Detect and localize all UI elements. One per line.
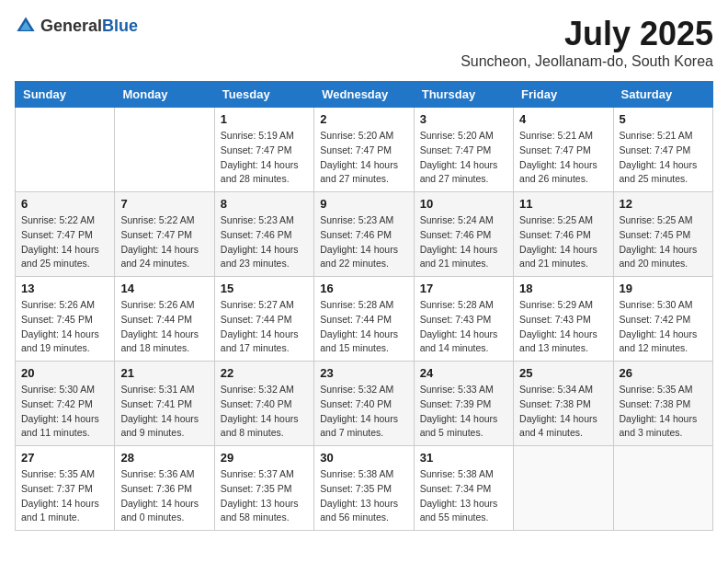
calendar-cell-12: 10Sunrise: 5:24 AMSunset: 7:46 PMDayligh… — [414, 192, 513, 277]
week-row-2: 6Sunrise: 5:22 AMSunset: 7:47 PMDaylight… — [16, 192, 713, 277]
sunset-text: Sunset: 7:47 PM — [620, 144, 691, 155]
calendar-cell-15: 13Sunrise: 5:26 AMSunset: 7:45 PMDayligh… — [16, 277, 115, 362]
col-tuesday: Tuesday — [214, 82, 313, 108]
day-info: Sunrise: 5:23 AMSunset: 7:46 PMDaylight:… — [221, 213, 308, 271]
logo-icon — [15, 15, 37, 37]
day-number: 29 — [221, 451, 308, 465]
calendar-cell-30: 28Sunrise: 5:36 AMSunset: 7:36 PMDayligh… — [115, 446, 214, 531]
day-number: 4 — [519, 112, 607, 126]
calendar-cell-33: 31Sunrise: 5:38 AMSunset: 7:34 PMDayligh… — [414, 446, 513, 531]
day-info: Sunrise: 5:22 AMSunset: 7:47 PMDaylight:… — [120, 213, 208, 271]
day-number: 18 — [519, 282, 607, 295]
title-block: July 2025 Suncheon, Jeollanam-do, South … — [461, 15, 713, 70]
calendar-cell-7: 5Sunrise: 5:21 AMSunset: 7:47 PMDaylight… — [613, 108, 712, 192]
calendar-cell-26: 24Sunrise: 5:33 AMSunset: 7:39 PMDayligh… — [414, 362, 513, 446]
daylight-text: Daylight: 14 hours and 8 minutes. — [221, 413, 299, 439]
daylight-text: Daylight: 14 hours and 3 minutes. — [620, 413, 698, 439]
day-number: 8 — [221, 197, 308, 211]
sunset-text: Sunset: 7:47 PM — [221, 144, 292, 155]
sunset-text: Sunset: 7:47 PM — [320, 144, 392, 155]
sunset-text: Sunset: 7:44 PM — [320, 314, 392, 325]
sunset-text: Sunset: 7:38 PM — [620, 398, 691, 409]
day-info: Sunrise: 5:37 AMSunset: 7:35 PMDaylight:… — [221, 467, 308, 525]
day-number: 6 — [21, 197, 108, 211]
daylight-text: Daylight: 13 hours and 56 minutes. — [320, 498, 398, 523]
calendar-cell-10: 8Sunrise: 5:23 AMSunset: 7:46 PMDaylight… — [214, 192, 313, 277]
week-row-1: 1Sunrise: 5:19 AMSunset: 7:47 PMDaylight… — [16, 108, 713, 192]
calendar-cell-29: 27Sunrise: 5:35 AMSunset: 7:37 PMDayligh… — [16, 446, 115, 531]
calendar-cell-27: 25Sunrise: 5:34 AMSunset: 7:38 PMDayligh… — [514, 362, 613, 446]
day-number: 17 — [420, 282, 507, 295]
calendar-cell-9: 7Sunrise: 5:22 AMSunset: 7:47 PMDaylight… — [115, 192, 214, 277]
daylight-text: Daylight: 14 hours and 5 minutes. — [420, 413, 498, 439]
day-number: 26 — [620, 366, 707, 380]
daylight-text: Daylight: 14 hours and 13 minutes. — [519, 328, 597, 354]
sunrise-text: Sunrise: 5:25 AM — [519, 214, 593, 225]
calendar-cell-18: 16Sunrise: 5:28 AMSunset: 7:44 PMDayligh… — [314, 277, 414, 362]
day-info: Sunrise: 5:22 AMSunset: 7:47 PMDaylight:… — [21, 213, 108, 271]
calendar-cell-23: 21Sunrise: 5:31 AMSunset: 7:41 PMDayligh… — [115, 362, 214, 446]
sunset-text: Sunset: 7:38 PM — [519, 398, 591, 409]
day-number: 11 — [519, 197, 607, 211]
daylight-text: Daylight: 14 hours and 11 minutes. — [21, 413, 99, 439]
sunset-text: Sunset: 7:42 PM — [620, 314, 691, 325]
day-info: Sunrise: 5:29 AMSunset: 7:43 PMDaylight:… — [519, 298, 607, 356]
sunrise-text: Sunrise: 5:25 AM — [620, 214, 693, 225]
sunrise-text: Sunrise: 5:20 AM — [420, 130, 494, 141]
sunrise-text: Sunrise: 5:21 AM — [519, 130, 593, 141]
col-sunday: Sunday — [16, 82, 115, 108]
day-number: 15 — [221, 282, 308, 295]
day-info: Sunrise: 5:20 AMSunset: 7:47 PMDaylight:… — [420, 129, 507, 187]
logo-general: General — [40, 17, 102, 35]
day-info: Sunrise: 5:19 AMSunset: 7:47 PMDaylight:… — [221, 129, 308, 187]
calendar-cell-31: 29Sunrise: 5:37 AMSunset: 7:35 PMDayligh… — [214, 446, 313, 531]
day-info: Sunrise: 5:38 AMSunset: 7:35 PMDaylight:… — [320, 467, 407, 525]
sunset-text: Sunset: 7:34 PM — [420, 483, 492, 494]
day-number: 7 — [120, 197, 208, 211]
calendar-cell-28: 26Sunrise: 5:35 AMSunset: 7:38 PMDayligh… — [613, 362, 712, 446]
day-info: Sunrise: 5:24 AMSunset: 7:46 PMDaylight:… — [420, 213, 507, 271]
sunrise-text: Sunrise: 5:35 AM — [21, 468, 95, 479]
sunset-text: Sunset: 7:46 PM — [221, 229, 292, 240]
sunrise-text: Sunrise: 5:21 AM — [620, 130, 693, 141]
sunset-text: Sunset: 7:44 PM — [120, 314, 192, 325]
day-number: 21 — [120, 366, 208, 380]
day-number: 24 — [420, 366, 507, 380]
month-title: July 2025 — [461, 15, 713, 53]
calendar-cell-19: 17Sunrise: 5:28 AMSunset: 7:43 PMDayligh… — [414, 277, 513, 362]
daylight-text: Daylight: 14 hours and 21 minutes. — [519, 244, 597, 270]
calendar-cell-21: 19Sunrise: 5:30 AMSunset: 7:42 PMDayligh… — [613, 277, 712, 362]
sunrise-text: Sunrise: 5:24 AM — [420, 214, 494, 225]
day-info: Sunrise: 5:33 AMSunset: 7:39 PMDaylight:… — [420, 383, 507, 441]
sunrise-text: Sunrise: 5:23 AM — [320, 214, 393, 225]
sunset-text: Sunset: 7:46 PM — [420, 229, 492, 240]
col-friday: Friday — [514, 82, 613, 108]
day-number: 31 — [420, 451, 507, 465]
day-info: Sunrise: 5:25 AMSunset: 7:46 PMDaylight:… — [519, 213, 607, 271]
day-number: 13 — [21, 282, 108, 295]
col-thursday: Thursday — [414, 82, 513, 108]
day-info: Sunrise: 5:28 AMSunset: 7:44 PMDaylight:… — [320, 298, 407, 356]
sunset-text: Sunset: 7:41 PM — [120, 398, 192, 409]
col-wednesday: Wednesday — [314, 82, 414, 108]
day-info: Sunrise: 5:28 AMSunset: 7:43 PMDaylight:… — [420, 298, 507, 356]
logo: GeneralBlue — [15, 15, 138, 37]
calendar-cell-20: 18Sunrise: 5:29 AMSunset: 7:43 PMDayligh… — [514, 277, 613, 362]
col-monday: Monday — [115, 82, 214, 108]
calendar-table: Sunday Monday Tuesday Wednesday Thursday… — [15, 81, 713, 531]
day-info: Sunrise: 5:35 AMSunset: 7:37 PMDaylight:… — [21, 467, 108, 525]
daylight-text: Daylight: 14 hours and 17 minutes. — [221, 328, 299, 354]
day-number: 9 — [320, 197, 407, 211]
daylight-text: Daylight: 14 hours and 19 minutes. — [21, 328, 99, 354]
sunset-text: Sunset: 7:47 PM — [519, 144, 591, 155]
sunrise-text: Sunrise: 5:33 AM — [420, 384, 494, 395]
calendar-cell-8: 6Sunrise: 5:22 AMSunset: 7:47 PMDaylight… — [16, 192, 115, 277]
sunset-text: Sunset: 7:45 PM — [21, 314, 93, 325]
sunrise-text: Sunrise: 5:35 AM — [620, 384, 693, 395]
sunset-text: Sunset: 7:46 PM — [320, 229, 392, 240]
sunrise-text: Sunrise: 5:32 AM — [320, 384, 393, 395]
day-number: 23 — [320, 366, 407, 380]
sunrise-text: Sunrise: 5:26 AM — [120, 299, 194, 310]
day-number: 16 — [320, 282, 407, 295]
sunset-text: Sunset: 7:44 PM — [221, 314, 292, 325]
